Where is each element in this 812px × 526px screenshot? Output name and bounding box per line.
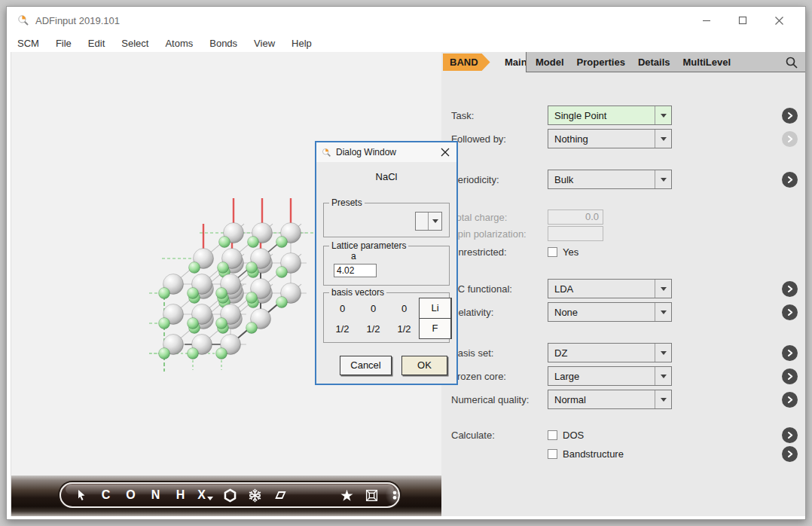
spin-polarization-label: Spin polarization: xyxy=(451,228,548,240)
menu-scm[interactable]: SCM xyxy=(17,38,39,49)
toolbar-strip: CONHX xyxy=(11,476,441,516)
dos-detail-button[interactable] xyxy=(782,427,798,443)
periodicity-detail-button[interactable] xyxy=(782,172,798,188)
chevron-down-icon xyxy=(655,130,671,148)
menu-atoms[interactable]: Atoms xyxy=(165,38,193,49)
element-c-button[interactable]: C xyxy=(93,484,118,506)
basis-set-label: Basis set: xyxy=(451,347,548,359)
basis-set-detail-button[interactable] xyxy=(782,345,798,361)
xc-functional-value: LDA xyxy=(548,283,655,295)
form-row-followed-by: Followed by: Nothing xyxy=(451,128,798,149)
periodicity-value: Bulk xyxy=(548,174,655,185)
spin-polarization-input xyxy=(548,226,603,241)
title-bar[interactable]: ADFinput 2019.101 xyxy=(7,7,805,34)
perspective-box-tool-icon[interactable] xyxy=(359,484,384,506)
close-button[interactable] xyxy=(772,14,786,27)
ring-tool-icon[interactable] xyxy=(218,484,243,506)
element-f-button[interactable]: F xyxy=(419,318,452,339)
dos-checkbox[interactable] xyxy=(548,430,557,440)
task-detail-button[interactable] xyxy=(782,108,798,124)
bottom-toolbar: CONHX xyxy=(60,482,400,508)
window-title: ADFinput 2019.101 xyxy=(35,15,120,26)
frozen-core-label: Frozen core: xyxy=(451,371,548,382)
ok-button[interactable]: OK xyxy=(401,356,447,375)
basis-vector-row: 1/2 1/2 1/2 xyxy=(327,318,420,339)
minimize-button[interactable] xyxy=(700,14,713,27)
search-icon[interactable] xyxy=(785,56,798,69)
menu-bar: SCM File Edit Select Atoms Bonds View He… xyxy=(7,34,805,52)
inactive-tabs: Model Properties Details MultiLevel xyxy=(526,52,805,72)
chevron-down-icon xyxy=(655,367,671,385)
followed-by-dropdown[interactable]: Nothing xyxy=(548,129,672,148)
task-label: Task: xyxy=(451,110,548,121)
dos-checkbox-label: DOS xyxy=(563,430,584,441)
tab-model[interactable]: Model xyxy=(536,57,564,68)
form-row-periodicity: Periodicity: Bulk xyxy=(451,169,798,190)
numerical-quality-detail-button[interactable] xyxy=(782,392,798,408)
element-n-button[interactable]: N xyxy=(143,484,168,506)
dialog-close-icon[interactable] xyxy=(439,146,451,158)
menu-view[interactable]: View xyxy=(254,38,275,49)
relativity-detail-button[interactable] xyxy=(782,304,798,320)
dialog-title-bar[interactable]: Dialog Window xyxy=(316,142,456,162)
xc-functional-dropdown[interactable]: LDA xyxy=(548,279,672,298)
menu-edit[interactable]: Edit xyxy=(88,38,105,49)
bandstructure-detail-button[interactable] xyxy=(782,446,798,462)
form-row-spin-polarization: Spin polarization: xyxy=(451,225,798,242)
relativity-value: None xyxy=(548,307,655,318)
followed-by-value: Nothing xyxy=(548,133,655,145)
star-tool-icon[interactable] xyxy=(334,484,359,506)
menu-select[interactable]: Select xyxy=(121,38,148,49)
element-li-button[interactable]: Li xyxy=(419,298,452,319)
chevron-down-icon xyxy=(655,303,671,321)
lattice-param-a-label: a xyxy=(351,251,356,261)
basis-vector-row: 0 0 0 xyxy=(327,298,420,319)
freeze-tool-icon[interactable] xyxy=(243,484,267,506)
tab-details[interactable]: Details xyxy=(638,57,670,68)
form-row-total-charge: Total charge: 0.0 xyxy=(451,209,798,225)
menu-help[interactable]: Help xyxy=(292,38,312,49)
lattice-parameters-group: Lattice parameters a 4.02 xyxy=(323,246,450,286)
numerical-quality-label: Numerical quality: xyxy=(451,394,548,405)
frozen-core-value: Large xyxy=(548,371,655,382)
presets-group: Presets xyxy=(323,203,450,237)
relativity-dropdown[interactable]: None xyxy=(548,302,672,322)
task-dropdown[interactable]: Single Point xyxy=(548,106,672,125)
basis-set-dropdown[interactable]: DZ xyxy=(548,343,672,362)
chevron-down-icon xyxy=(655,280,671,298)
tab-properties[interactable]: Properties xyxy=(577,57,625,68)
bandstructure-checkbox[interactable] xyxy=(548,449,557,459)
element-o-button[interactable]: O xyxy=(118,484,143,506)
element-x-dropdown-button[interactable]: X xyxy=(193,484,218,506)
unrestricted-checkbox[interactable] xyxy=(548,247,557,257)
periodicity-dropdown[interactable]: Bulk xyxy=(548,170,672,189)
xc-functional-label: XC functional: xyxy=(451,283,548,295)
tab-band[interactable]: BAND xyxy=(443,54,490,71)
form-row-basis-set: Basis set: DZ xyxy=(451,342,798,363)
cancel-button[interactable]: Cancel xyxy=(340,356,392,375)
frozen-core-dropdown[interactable]: Large xyxy=(548,366,672,386)
periodicity-label: Periodicity: xyxy=(451,174,548,185)
chevron-down-icon xyxy=(428,213,441,230)
frozen-core-detail-button[interactable] xyxy=(782,369,798,384)
pointer-tool-icon[interactable] xyxy=(69,484,93,506)
followed-by-label: Followed by: xyxy=(451,133,548,145)
maximize-button[interactable] xyxy=(736,14,749,27)
presets-dropdown[interactable] xyxy=(415,212,442,231)
lattice-param-a-input[interactable]: 4.02 xyxy=(334,264,377,277)
chevron-down-icon xyxy=(655,106,671,124)
menu-bonds[interactable]: Bonds xyxy=(209,38,237,49)
menu-file[interactable]: File xyxy=(56,38,72,49)
bandstructure-checkbox-label: Bandstructure xyxy=(563,448,624,460)
total-charge-input: 0.0 xyxy=(548,209,603,225)
basis-group-label: basis vectors xyxy=(329,287,386,298)
element-h-button[interactable]: H xyxy=(168,484,193,506)
tab-multilevel[interactable]: MultiLevel xyxy=(683,57,731,68)
numerical-quality-dropdown[interactable]: Normal xyxy=(548,390,672,409)
xc-functional-detail-button[interactable] xyxy=(782,281,798,297)
plane-tool-icon[interactable] xyxy=(267,484,292,506)
lattice-group-label: Lattice parameters xyxy=(329,240,408,251)
tab-strip: BAND Main Model Properties Details Multi… xyxy=(441,52,805,72)
dots-grid-tool-icon[interactable] xyxy=(384,484,400,506)
form-row-task: Task: Single Point xyxy=(451,105,798,126)
